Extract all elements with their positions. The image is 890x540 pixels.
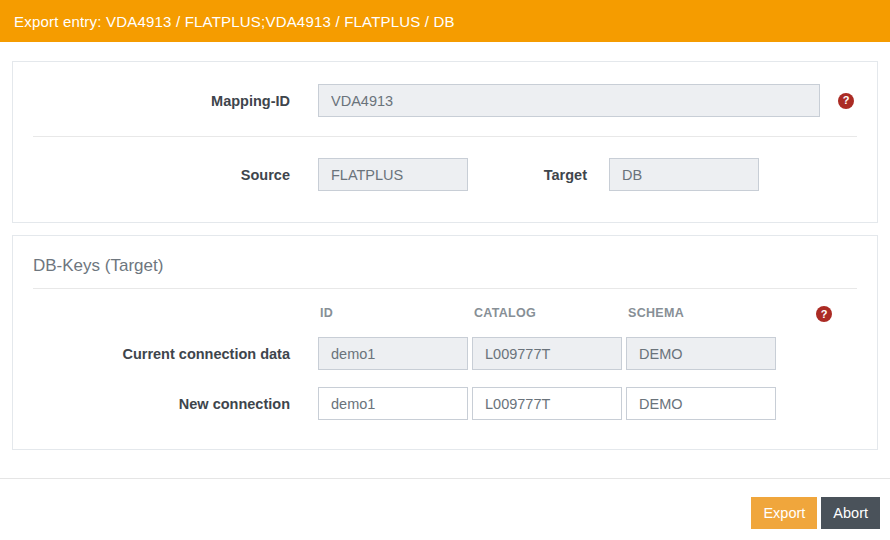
current-catalog-input: [472, 337, 622, 370]
mapping-id-row: Mapping-ID ?: [33, 84, 857, 117]
mapping-id-label: Mapping-ID: [33, 93, 290, 109]
new-connection-label: New connection: [33, 396, 290, 412]
source-target-row: Source Target: [33, 158, 857, 191]
target-input: [609, 158, 759, 191]
title-bar: Export entry: VDA4913 / FLATPLUS;VDA4913…: [0, 0, 890, 42]
source-label: Source: [33, 167, 290, 183]
current-connection-label: Current connection data: [33, 346, 290, 362]
abort-button[interactable]: Abort: [821, 497, 880, 529]
db-keys-card: DB-Keys (Target) ID CATALOG SCHEMA ? Cur…: [12, 235, 878, 450]
help-icon[interactable]: ?: [838, 93, 854, 109]
mapping-card: Mapping-ID ? Source Target: [12, 61, 878, 223]
column-header-row: ID CATALOG SCHEMA ?: [33, 306, 857, 322]
source-input: [318, 158, 468, 191]
dialog-body: Mapping-ID ? Source Target DB-Keys (Targ…: [0, 42, 890, 450]
column-header-catalog: CATALOG: [472, 306, 622, 320]
divider: [33, 136, 857, 137]
current-connection-row: Current connection data: [33, 337, 857, 370]
divider: [33, 288, 857, 289]
target-label: Target: [472, 167, 587, 183]
current-id-input: [318, 337, 468, 370]
column-header-id: ID: [318, 306, 468, 320]
export-button[interactable]: Export: [751, 497, 817, 529]
column-header-schema: SCHEMA: [626, 306, 776, 320]
footer-divider: [0, 478, 890, 479]
current-schema-input: [626, 337, 776, 370]
footer-actions: Export Abort: [751, 497, 880, 529]
help-icon[interactable]: ?: [816, 306, 832, 322]
new-catalog-input[interactable]: [472, 387, 622, 420]
mapping-id-input: [318, 84, 820, 117]
new-id-input[interactable]: [318, 387, 468, 420]
new-schema-input[interactable]: [626, 387, 776, 420]
page-title: Export entry: VDA4913 / FLATPLUS;VDA4913…: [14, 13, 455, 30]
db-keys-title: DB-Keys (Target): [33, 256, 857, 276]
new-connection-row: New connection: [33, 387, 857, 420]
